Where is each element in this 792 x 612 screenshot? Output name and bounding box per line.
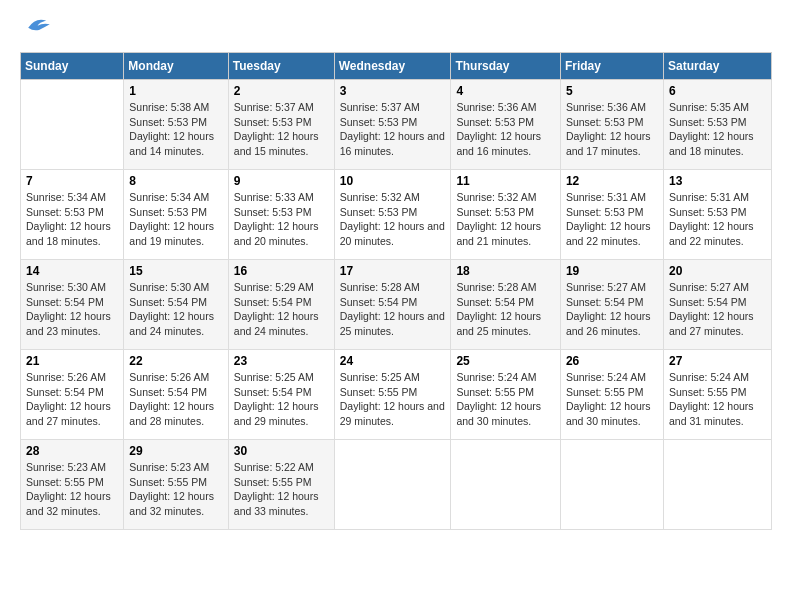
day-info: Sunrise: 5:23 AMSunset: 5:55 PMDaylight:… [26, 460, 118, 519]
day-number: 5 [566, 84, 658, 98]
calendar-cell: 27Sunrise: 5:24 AMSunset: 5:55 PMDayligh… [663, 350, 771, 440]
day-number: 21 [26, 354, 118, 368]
day-info: Sunrise: 5:38 AMSunset: 5:53 PMDaylight:… [129, 100, 222, 159]
weekday-header: Tuesday [228, 53, 334, 80]
day-info: Sunrise: 5:31 AMSunset: 5:53 PMDaylight:… [669, 190, 766, 249]
calendar-cell: 8Sunrise: 5:34 AMSunset: 5:53 PMDaylight… [124, 170, 228, 260]
calendar-cell: 1Sunrise: 5:38 AMSunset: 5:53 PMDaylight… [124, 80, 228, 170]
day-info: Sunrise: 5:37 AMSunset: 5:53 PMDaylight:… [340, 100, 446, 159]
weekday-header: Sunday [21, 53, 124, 80]
calendar-cell [560, 440, 663, 530]
calendar-cell: 21Sunrise: 5:26 AMSunset: 5:54 PMDayligh… [21, 350, 124, 440]
day-info: Sunrise: 5:23 AMSunset: 5:55 PMDaylight:… [129, 460, 222, 519]
calendar-cell: 23Sunrise: 5:25 AMSunset: 5:54 PMDayligh… [228, 350, 334, 440]
day-number: 28 [26, 444, 118, 458]
day-number: 14 [26, 264, 118, 278]
day-number: 6 [669, 84, 766, 98]
day-info: Sunrise: 5:27 AMSunset: 5:54 PMDaylight:… [566, 280, 658, 339]
day-info: Sunrise: 5:25 AMSunset: 5:55 PMDaylight:… [340, 370, 446, 429]
calendar-cell: 29Sunrise: 5:23 AMSunset: 5:55 PMDayligh… [124, 440, 228, 530]
day-number: 13 [669, 174, 766, 188]
calendar-week-row: 1Sunrise: 5:38 AMSunset: 5:53 PMDaylight… [21, 80, 772, 170]
weekday-header: Saturday [663, 53, 771, 80]
calendar-cell: 25Sunrise: 5:24 AMSunset: 5:55 PMDayligh… [451, 350, 561, 440]
calendar-cell: 5Sunrise: 5:36 AMSunset: 5:53 PMDaylight… [560, 80, 663, 170]
calendar-cell: 2Sunrise: 5:37 AMSunset: 5:53 PMDaylight… [228, 80, 334, 170]
calendar-cell: 28Sunrise: 5:23 AMSunset: 5:55 PMDayligh… [21, 440, 124, 530]
calendar-week-row: 28Sunrise: 5:23 AMSunset: 5:55 PMDayligh… [21, 440, 772, 530]
calendar-cell: 20Sunrise: 5:27 AMSunset: 5:54 PMDayligh… [663, 260, 771, 350]
calendar-cell: 17Sunrise: 5:28 AMSunset: 5:54 PMDayligh… [334, 260, 451, 350]
day-info: Sunrise: 5:36 AMSunset: 5:53 PMDaylight:… [456, 100, 555, 159]
calendar-cell: 24Sunrise: 5:25 AMSunset: 5:55 PMDayligh… [334, 350, 451, 440]
calendar-week-row: 21Sunrise: 5:26 AMSunset: 5:54 PMDayligh… [21, 350, 772, 440]
day-info: Sunrise: 5:25 AMSunset: 5:54 PMDaylight:… [234, 370, 329, 429]
calendar-cell: 9Sunrise: 5:33 AMSunset: 5:53 PMDaylight… [228, 170, 334, 260]
calendar-header-row: SundayMondayTuesdayWednesdayThursdayFrid… [21, 53, 772, 80]
calendar-cell: 30Sunrise: 5:22 AMSunset: 5:55 PMDayligh… [228, 440, 334, 530]
day-number: 30 [234, 444, 329, 458]
day-info: Sunrise: 5:30 AMSunset: 5:54 PMDaylight:… [26, 280, 118, 339]
weekday-header: Friday [560, 53, 663, 80]
day-info: Sunrise: 5:22 AMSunset: 5:55 PMDaylight:… [234, 460, 329, 519]
day-info: Sunrise: 5:30 AMSunset: 5:54 PMDaylight:… [129, 280, 222, 339]
day-info: Sunrise: 5:36 AMSunset: 5:53 PMDaylight:… [566, 100, 658, 159]
calendar-cell [21, 80, 124, 170]
day-info: Sunrise: 5:27 AMSunset: 5:54 PMDaylight:… [669, 280, 766, 339]
calendar-cell: 16Sunrise: 5:29 AMSunset: 5:54 PMDayligh… [228, 260, 334, 350]
day-info: Sunrise: 5:24 AMSunset: 5:55 PMDaylight:… [456, 370, 555, 429]
day-number: 8 [129, 174, 222, 188]
calendar-cell [663, 440, 771, 530]
day-info: Sunrise: 5:29 AMSunset: 5:54 PMDaylight:… [234, 280, 329, 339]
day-number: 29 [129, 444, 222, 458]
calendar-cell: 18Sunrise: 5:28 AMSunset: 5:54 PMDayligh… [451, 260, 561, 350]
day-number: 24 [340, 354, 446, 368]
day-number: 2 [234, 84, 329, 98]
day-number: 16 [234, 264, 329, 278]
day-number: 7 [26, 174, 118, 188]
calendar-cell: 12Sunrise: 5:31 AMSunset: 5:53 PMDayligh… [560, 170, 663, 260]
day-number: 11 [456, 174, 555, 188]
day-info: Sunrise: 5:28 AMSunset: 5:54 PMDaylight:… [340, 280, 446, 339]
day-number: 20 [669, 264, 766, 278]
calendar-cell: 13Sunrise: 5:31 AMSunset: 5:53 PMDayligh… [663, 170, 771, 260]
day-number: 27 [669, 354, 766, 368]
calendar-cell: 7Sunrise: 5:34 AMSunset: 5:53 PMDaylight… [21, 170, 124, 260]
calendar-cell: 10Sunrise: 5:32 AMSunset: 5:53 PMDayligh… [334, 170, 451, 260]
day-info: Sunrise: 5:34 AMSunset: 5:53 PMDaylight:… [26, 190, 118, 249]
calendar-cell: 26Sunrise: 5:24 AMSunset: 5:55 PMDayligh… [560, 350, 663, 440]
day-number: 15 [129, 264, 222, 278]
day-info: Sunrise: 5:28 AMSunset: 5:54 PMDaylight:… [456, 280, 555, 339]
day-number: 26 [566, 354, 658, 368]
day-number: 18 [456, 264, 555, 278]
calendar-cell: 3Sunrise: 5:37 AMSunset: 5:53 PMDaylight… [334, 80, 451, 170]
calendar-cell [451, 440, 561, 530]
day-info: Sunrise: 5:37 AMSunset: 5:53 PMDaylight:… [234, 100, 329, 159]
calendar-week-row: 14Sunrise: 5:30 AMSunset: 5:54 PMDayligh… [21, 260, 772, 350]
day-number: 22 [129, 354, 222, 368]
day-number: 23 [234, 354, 329, 368]
weekday-header: Wednesday [334, 53, 451, 80]
header [20, 20, 772, 42]
day-number: 12 [566, 174, 658, 188]
day-number: 19 [566, 264, 658, 278]
day-number: 17 [340, 264, 446, 278]
calendar-cell: 6Sunrise: 5:35 AMSunset: 5:53 PMDaylight… [663, 80, 771, 170]
calendar-cell: 14Sunrise: 5:30 AMSunset: 5:54 PMDayligh… [21, 260, 124, 350]
logo-bird-icon [24, 17, 54, 35]
calendar-cell: 19Sunrise: 5:27 AMSunset: 5:54 PMDayligh… [560, 260, 663, 350]
calendar-cell: 11Sunrise: 5:32 AMSunset: 5:53 PMDayligh… [451, 170, 561, 260]
day-info: Sunrise: 5:32 AMSunset: 5:53 PMDaylight:… [456, 190, 555, 249]
weekday-header: Monday [124, 53, 228, 80]
day-number: 1 [129, 84, 222, 98]
weekday-header: Thursday [451, 53, 561, 80]
day-info: Sunrise: 5:24 AMSunset: 5:55 PMDaylight:… [566, 370, 658, 429]
day-number: 4 [456, 84, 555, 98]
day-info: Sunrise: 5:32 AMSunset: 5:53 PMDaylight:… [340, 190, 446, 249]
day-info: Sunrise: 5:34 AMSunset: 5:53 PMDaylight:… [129, 190, 222, 249]
day-number: 10 [340, 174, 446, 188]
logo [20, 20, 54, 42]
calendar-cell: 4Sunrise: 5:36 AMSunset: 5:53 PMDaylight… [451, 80, 561, 170]
day-info: Sunrise: 5:31 AMSunset: 5:53 PMDaylight:… [566, 190, 658, 249]
day-number: 9 [234, 174, 329, 188]
